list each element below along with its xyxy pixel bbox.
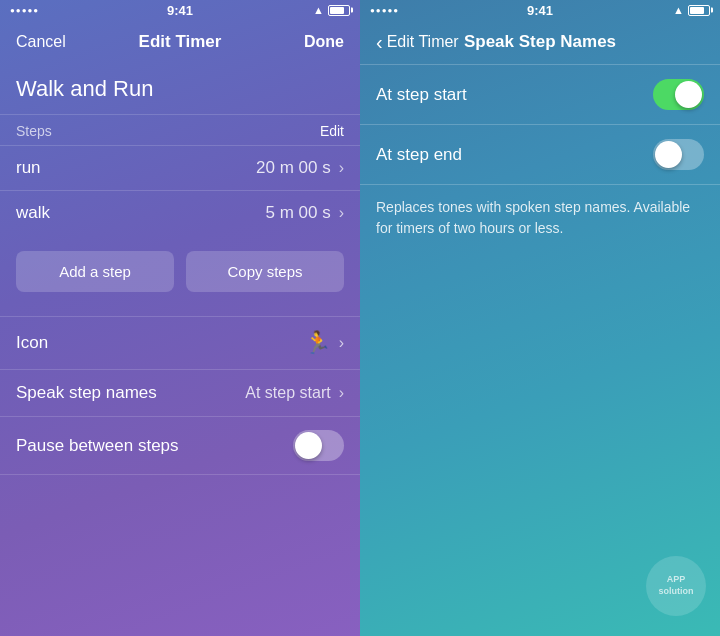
speak-setting-right: At step start › [245, 384, 344, 402]
step-end-toggle-thumb [655, 141, 682, 168]
step-start-toggle[interactable] [653, 79, 704, 110]
right-panel: ●●●●● 9:41 ▲ ‹ Edit Timer Speak Step Nam… [360, 0, 720, 636]
step-time-walk: 5 m 00 s [265, 203, 330, 223]
app-solution-watermark: APP solution [646, 556, 706, 616]
icon-setting-row[interactable]: Icon 🏃 › [0, 316, 360, 369]
speak-description-section: Replaces tones with spoken step names. A… [360, 184, 720, 251]
walk-chevron-icon: › [339, 204, 344, 222]
speak-chevron-icon: › [339, 384, 344, 402]
step-end-toggle[interactable] [653, 139, 704, 170]
timer-name[interactable]: Walk and Run [16, 76, 344, 102]
right-time: 9:41 [527, 3, 553, 18]
steps-header: Steps Edit [0, 115, 360, 145]
steps-edit-button[interactable]: Edit [320, 123, 344, 139]
right-nav-bar: ‹ Edit Timer Speak Step Names [360, 20, 720, 64]
icon-setting-right: 🏃 › [304, 330, 344, 356]
left-battery-area: ▲ [313, 4, 350, 16]
speak-step-names-title: Speak Step Names [464, 32, 616, 52]
step-row-walk[interactable]: walk 5 m 00 s › [0, 190, 360, 235]
edit-timer-title: Edit Timer [139, 32, 222, 52]
step-start-label: At step start [376, 85, 467, 105]
back-button[interactable]: ‹ Edit Timer [376, 32, 459, 52]
battery-fill [330, 7, 344, 14]
left-time: 9:41 [167, 3, 193, 18]
right-wifi-icon: ▲ [673, 4, 684, 16]
step-time-run: 20 m 00 s [256, 158, 331, 178]
right-battery-icon [688, 5, 710, 16]
speak-setting-value: At step start [245, 384, 330, 402]
runner-icon: 🏃 [304, 330, 331, 356]
battery-icon [328, 5, 350, 16]
step-start-row[interactable]: At step start [360, 64, 720, 124]
timer-name-section: Walk and Run [0, 64, 360, 115]
step-right-run: 20 m 00 s › [256, 158, 344, 178]
left-status-bar: ●●●●● 9:41 ▲ [0, 0, 360, 20]
settings-section: Icon 🏃 › Speak step names At step start … [0, 316, 360, 475]
right-signal: ●●●●● [370, 6, 399, 15]
step-end-label: At step end [376, 145, 462, 165]
wifi-icon: ▲ [313, 4, 324, 16]
right-signal-dots: ●●●●● [370, 6, 399, 15]
back-chevron-icon: ‹ [376, 32, 383, 52]
watermark-line1: APP [667, 574, 686, 586]
action-buttons-row: Add a step Copy steps [0, 235, 360, 308]
icon-chevron-icon: › [339, 334, 344, 352]
step-name-run: run [16, 158, 41, 178]
cancel-button[interactable]: Cancel [16, 33, 66, 51]
done-button[interactable]: Done [304, 33, 344, 51]
watermark-line2: solution [659, 586, 694, 598]
left-panel: ●●●●● 9:41 ▲ Cancel Edit Timer Done Walk… [0, 0, 360, 636]
step-row-run[interactable]: run 20 m 00 s › [0, 145, 360, 190]
pause-toggle[interactable] [293, 430, 344, 461]
right-battery-fill [690, 7, 704, 14]
steps-label: Steps [16, 123, 52, 139]
back-button-label: Edit Timer [387, 33, 459, 51]
signal-dots: ●●●●● [10, 6, 39, 15]
step-name-walk: walk [16, 203, 50, 223]
right-battery-area: ▲ [673, 4, 710, 16]
speak-description-text: Replaces tones with spoken step names. A… [376, 199, 690, 236]
right-status-bar: ●●●●● 9:41 ▲ [360, 0, 720, 20]
left-signal: ●●●●● [10, 6, 39, 15]
speak-setting-label: Speak step names [16, 383, 157, 403]
pause-toggle-thumb [295, 432, 322, 459]
run-chevron-icon: › [339, 159, 344, 177]
step-end-row[interactable]: At step end [360, 124, 720, 184]
icon-setting-label: Icon [16, 333, 48, 353]
left-nav-bar: Cancel Edit Timer Done [0, 20, 360, 64]
speak-setting-row[interactable]: Speak step names At step start › [0, 369, 360, 416]
add-step-button[interactable]: Add a step [16, 251, 174, 292]
pause-setting-label: Pause between steps [16, 436, 179, 456]
step-start-toggle-thumb [675, 81, 702, 108]
step-right-walk: 5 m 00 s › [265, 203, 344, 223]
copy-steps-button[interactable]: Copy steps [186, 251, 344, 292]
pause-setting-row[interactable]: Pause between steps [0, 416, 360, 475]
